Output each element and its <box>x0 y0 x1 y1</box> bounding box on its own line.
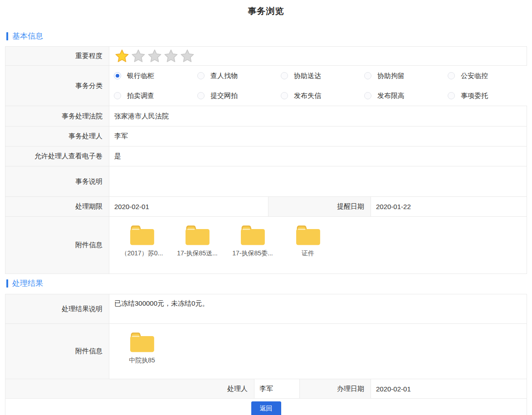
radio-icon <box>281 72 288 79</box>
section-title-result: 处理结果 <box>12 278 43 288</box>
section-accent-bar <box>6 32 8 40</box>
field-label-handle-date: 办理日期 <box>299 379 371 398</box>
folder-icon <box>128 224 156 246</box>
row-dates: 处理期限 2020-02-01 提醒日期 2020-01-22 <box>5 197 527 217</box>
folder-icon <box>183 224 211 246</box>
row-category: 事务分类 银行临柜查人找物协助送达协助拘留公安临控拍卖调查提交网拍发布失信发布限… <box>5 66 527 106</box>
folder-icon <box>239 224 267 246</box>
category-radio-option[interactable]: 银行临柜 <box>114 72 197 80</box>
attachment-item[interactable]: 17-执保85委... <box>225 224 280 258</box>
field-value-court: 张家港市人民法院 <box>109 106 527 126</box>
radio-icon <box>364 92 371 99</box>
field-value-result-handler: 李军 <box>254 379 299 398</box>
field-label-allow-view: 允许处理人查看电子卷 <box>5 146 109 166</box>
field-label-handler: 事务处理人 <box>5 127 109 146</box>
result-table: 处理结果说明 已冻结300000元，未冻结0元。 附件信息 中院执85 处理人 … <box>5 294 527 415</box>
field-label-description: 事务说明 <box>5 166 109 196</box>
radio-icon <box>197 72 205 79</box>
field-label-attachments-basic: 附件信息 <box>5 217 109 273</box>
field-value-remind-date: 2020-01-22 <box>371 197 527 216</box>
radio-label: 提交网拍 <box>210 92 238 100</box>
importance-rating <box>115 49 195 63</box>
attachment-item[interactable]: 中院执85 <box>114 331 170 365</box>
attachment-item[interactable]: （2017）苏0... <box>114 224 170 258</box>
category-radio-option[interactable]: 发布失信 <box>281 92 364 100</box>
star-icon <box>147 49 162 63</box>
field-label-court: 事务处理法院 <box>5 106 109 126</box>
field-label-result-summary: 处理结果说明 <box>5 294 109 323</box>
field-label-remind-date: 提醒日期 <box>268 197 371 216</box>
radio-icon <box>364 72 371 79</box>
radio-label: 公安临控 <box>461 72 488 80</box>
category-radio-option[interactable]: 拍卖调查 <box>114 92 197 100</box>
category-radio-option[interactable]: 协助拘留 <box>364 72 448 80</box>
attachment-name: 证件 <box>302 249 314 258</box>
radio-label: 协助拘留 <box>377 72 405 80</box>
radio-label: 发布限高 <box>377 92 405 100</box>
radio-icon <box>448 92 455 99</box>
attachment-name: 17-执保85委... <box>232 249 273 258</box>
radio-label: 事项委托 <box>461 92 488 100</box>
field-label-importance: 重要程度 <box>5 47 109 65</box>
folder-icon <box>128 331 156 353</box>
folder-icon <box>294 224 322 246</box>
field-value-description <box>109 166 527 196</box>
radio-label: 协助送达 <box>294 72 321 80</box>
radio-label: 银行临柜 <box>127 72 154 80</box>
field-value-handler: 李军 <box>109 127 527 146</box>
row-allow-view: 允许处理人查看电子卷 是 <box>5 146 527 166</box>
footer-row: 返回 <box>5 399 527 415</box>
section-accent-bar <box>6 279 8 288</box>
attachment-list-result: 中院执85 <box>109 324 527 379</box>
star-icon <box>115 49 129 63</box>
attachment-name: （2017）苏0... <box>121 249 163 258</box>
page-title: 事务浏览 <box>0 0 532 19</box>
back-button[interactable]: 返回 <box>251 401 281 415</box>
star-icon <box>131 49 146 63</box>
field-label-deadline: 处理期限 <box>5 197 109 216</box>
category-radio-option[interactable]: 发布限高 <box>364 92 448 100</box>
field-value-deadline: 2020-02-01 <box>109 197 268 216</box>
attachment-name: 中院执85 <box>129 356 155 365</box>
category-radio-option[interactable]: 协助送达 <box>281 72 364 80</box>
row-attachments-result: 附件信息 中院执85 <box>5 324 527 379</box>
field-value-handle-date: 2020-02-01 <box>371 379 527 398</box>
star-icon <box>180 49 195 63</box>
row-attachments-basic: 附件信息 （2017）苏0...17-执保85送...17-执保85委...证件 <box>5 217 527 273</box>
radio-icon <box>114 72 121 79</box>
star-icon <box>164 49 178 63</box>
row-importance: 重要程度 <box>5 47 527 66</box>
radio-icon <box>281 92 288 99</box>
row-description: 事务说明 <box>5 166 527 197</box>
radio-label: 查人找物 <box>210 72 238 80</box>
attachment-item[interactable]: 证件 <box>280 224 336 258</box>
radio-icon <box>114 92 121 99</box>
field-value-allow-view: 是 <box>109 146 527 166</box>
basic-info-table: 重要程度 事务分类 银行临柜查人找物协助送达协助拘留公安临控拍卖调查提交网拍发布… <box>5 46 527 274</box>
category-radio-option[interactable]: 事项委托 <box>448 92 531 100</box>
radio-label: 发布失信 <box>294 92 321 100</box>
radio-icon <box>197 92 205 99</box>
row-result-summary: 处理结果说明 已冻结300000元，未冻结0元。 <box>5 294 527 324</box>
radio-icon <box>448 72 455 79</box>
attachment-name: 17-执保85送... <box>177 249 217 258</box>
category-radio-option[interactable]: 公安临控 <box>448 72 531 80</box>
row-court: 事务处理法院 张家港市人民法院 <box>5 106 527 127</box>
row-handler: 事务处理人 李军 <box>5 127 527 146</box>
section-title-basic: 基本信息 <box>12 31 43 41</box>
field-label-category: 事务分类 <box>5 66 109 106</box>
field-label-attachments-result: 附件信息 <box>5 324 109 379</box>
field-label-result-handler: 处理人 <box>5 379 254 398</box>
category-radio-group: 银行临柜查人找物协助送达协助拘留公安临控拍卖调查提交网拍发布失信发布限高事项委托 <box>114 66 531 106</box>
row-result-handler: 处理人 李军 办理日期 2020-02-01 <box>5 379 527 399</box>
category-radio-option[interactable]: 提交网拍 <box>197 92 281 100</box>
attachment-list-basic: （2017）苏0...17-执保85送...17-执保85委...证件 <box>109 217 527 273</box>
radio-label: 拍卖调查 <box>127 92 154 100</box>
field-value-result-summary: 已冻结300000元，未冻结0元。 <box>109 294 527 323</box>
category-radio-option[interactable]: 查人找物 <box>197 72 281 80</box>
attachment-item[interactable]: 17-执保85送... <box>170 224 225 258</box>
section-header-basic: 基本信息 <box>6 31 532 41</box>
section-header-result: 处理结果 <box>6 278 532 288</box>
